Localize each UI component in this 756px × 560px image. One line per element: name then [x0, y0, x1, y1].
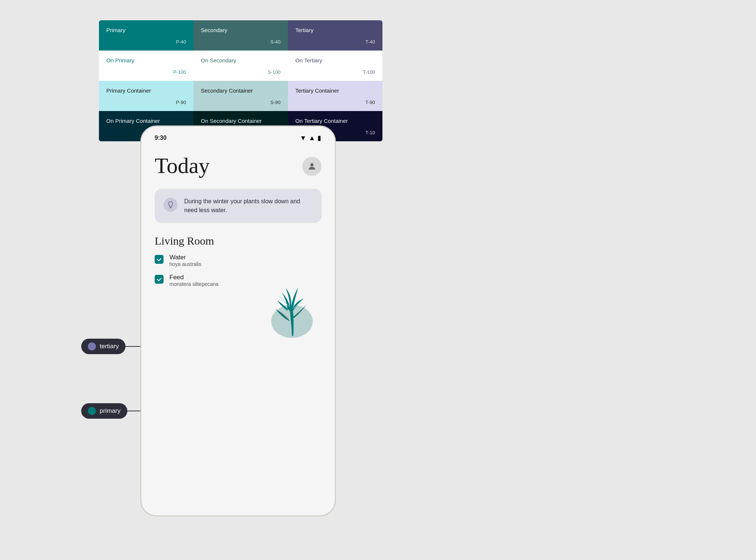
color-cell-primary: Primary P-40: [99, 20, 193, 51]
primary-label: primary: [100, 407, 121, 415]
tertiary-dot: [88, 342, 96, 350]
task-sub: hoya australis: [169, 261, 201, 267]
tertiary-label: tertiary: [100, 343, 119, 350]
phone-title: Today: [155, 153, 210, 179]
color-cell-tertiary-container: Tertiary Container T-90: [288, 81, 382, 111]
task-name: Water: [169, 254, 201, 261]
cell-code: P-100: [173, 69, 186, 75]
color-cell-primary-container: Primary Container P-90: [99, 81, 193, 111]
color-cell-on-secondary: On Secondary S-100: [193, 51, 288, 81]
color-cell-on-tertiary: On Tertiary T-100: [288, 51, 382, 81]
lightbulb-icon: [166, 201, 175, 209]
cell-code: T-40: [365, 39, 375, 45]
avatar-button[interactable]: [302, 157, 322, 176]
palette-grid: Primary P-40 Secondary S-40 Tertiary T-4…: [99, 20, 382, 141]
cell-code: S-40: [271, 39, 281, 45]
phone-content: Today During the winter your plants sl: [141, 146, 335, 351]
tip-text: During the winter your plants slow down …: [184, 197, 313, 215]
phone-frame: 9:30 ▼ ▲ ▮ Today: [140, 125, 336, 516]
battery-icon: ▮: [317, 134, 322, 142]
plant-illustration: [266, 272, 318, 338]
cell-label: On Tertiary Container: [295, 118, 375, 124]
cell-code: T-10: [365, 130, 375, 135]
cell-code: T-100: [363, 69, 375, 75]
cell-label: Secondary Container: [201, 87, 281, 94]
color-cell-secondary-container: Secondary Container S-90: [193, 81, 288, 111]
cell-label: On Tertiary: [295, 57, 375, 63]
cell-label: On Secondary Container: [201, 118, 281, 124]
color-cell-tertiary: Tertiary T-40: [288, 20, 382, 51]
primary-pill: primary: [81, 403, 127, 419]
status-time: 9:30: [155, 135, 166, 141]
cell-label: On Primary Container: [106, 118, 186, 124]
cell-label: Primary: [106, 27, 186, 33]
task-text-block: Water hoya australis: [169, 254, 201, 267]
cell-label: On Primary: [106, 57, 186, 63]
phone-status-bar: 9:30 ▼ ▲ ▮: [141, 127, 335, 146]
task-text-block: Feed monstera siltepecana: [169, 274, 219, 287]
check-icon: [157, 257, 162, 262]
tip-icon: [164, 198, 178, 212]
primary-dot: [88, 407, 96, 415]
living-room-section: Living Room Water hoya australis Feed mo…: [155, 235, 322, 338]
cell-label: Tertiary: [295, 27, 375, 33]
cell-label: Secondary: [201, 27, 281, 33]
cell-code: S-90: [271, 100, 281, 105]
phone-section: 9:30 ▼ ▲ ▮ Today: [140, 125, 336, 516]
status-icons: ▼ ▲ ▮: [300, 134, 322, 142]
task-sub: monstera siltepecana: [169, 281, 219, 287]
cell-code: T-90: [365, 100, 375, 105]
palette-section: Primary P-40 Secondary S-40 Tertiary T-4…: [99, 20, 382, 141]
task-item: Water hoya australis: [155, 254, 322, 267]
wifi-icon: ▼: [300, 134, 306, 142]
cell-code: S-100: [268, 69, 281, 75]
color-cell-on-primary: On Primary P-100: [99, 51, 193, 81]
signal-icon: ▲: [309, 134, 315, 142]
tertiary-pill: tertiary: [81, 339, 126, 354]
checkbox-0[interactable]: [155, 255, 164, 264]
color-cell-secondary: Secondary S-40: [193, 20, 288, 51]
cell-code: P-40: [176, 39, 186, 45]
cell-label: Tertiary Container: [295, 87, 375, 94]
cell-label: Primary Container: [106, 87, 186, 94]
cell-code: P-90: [176, 100, 186, 105]
section-title: Living Room: [155, 235, 322, 247]
checkbox-1[interactable]: [155, 275, 164, 284]
person-icon: [307, 162, 317, 171]
cell-label: On Secondary: [201, 57, 281, 63]
phone-header: Today: [155, 153, 322, 179]
check-icon: [157, 277, 162, 282]
tip-card: During the winter your plants slow down …: [155, 189, 322, 223]
task-name: Feed: [169, 274, 219, 281]
svg-point-0: [310, 163, 314, 166]
